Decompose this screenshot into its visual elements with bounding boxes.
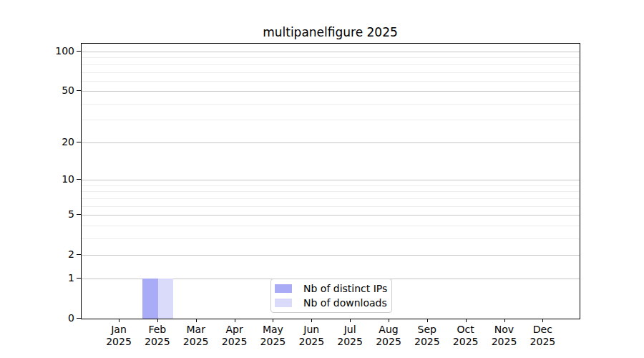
minor-gridline <box>82 81 580 82</box>
legend-swatch-downloads <box>275 299 292 307</box>
y-tick-mark <box>77 278 81 279</box>
major-gridline <box>82 255 580 256</box>
minor-gridline <box>82 57 580 58</box>
minor-gridline <box>82 206 580 207</box>
y-tick-label: 50 <box>14 84 74 97</box>
figure: multipanelfigure 2025 Nb of distinct IPs… <box>0 0 644 358</box>
y-tick-label: 10 <box>14 173 74 185</box>
major-gridline <box>82 91 580 92</box>
x-tick-label-month: Dec <box>519 324 565 336</box>
legend-item: Nb of distinct IPs <box>275 281 391 296</box>
legend-label: Nb of distinct IPs <box>303 281 387 296</box>
y-tick-label: 5 <box>14 208 74 221</box>
legend-label: Nb of downloads <box>303 296 387 310</box>
legend: Nb of distinct IPsNb of downloads <box>270 279 392 313</box>
minor-gridline <box>82 238 580 239</box>
y-tick-label: 100 <box>14 44 74 57</box>
minor-gridline <box>82 72 580 73</box>
minor-gridline <box>82 191 580 192</box>
minor-gridline <box>82 104 580 105</box>
x-tick-label: Dec2025 <box>519 324 565 348</box>
y-tick-mark <box>77 254 81 255</box>
x-tick-mark <box>119 319 119 322</box>
x-tick-mark <box>504 319 505 322</box>
x-tick-mark <box>235 319 235 322</box>
minor-gridline <box>82 226 580 226</box>
x-tick-mark <box>389 319 389 322</box>
legend-swatch-distinct-ips <box>275 284 292 293</box>
bar-downloads <box>158 279 174 319</box>
y-tick-mark <box>77 142 81 142</box>
minor-gridline <box>82 120 580 120</box>
x-tick-label-year: 2025 <box>519 336 565 348</box>
bar-distinct-ips <box>142 279 158 319</box>
minor-gridline <box>82 198 580 199</box>
x-tick-mark <box>273 319 273 322</box>
y-tick-label: 1 <box>14 271 74 284</box>
x-tick-mark <box>427 319 428 322</box>
x-tick-mark <box>157 319 158 322</box>
chart-title: multipanelfigure 2025 <box>81 24 580 40</box>
x-tick-mark <box>466 319 467 322</box>
plot-area: Nb of distinct IPsNb of downloads <box>81 43 580 319</box>
minor-gridline <box>82 185 580 186</box>
y-tick-mark <box>77 179 81 180</box>
x-tick-mark <box>350 319 351 322</box>
major-gridline <box>82 52 580 52</box>
y-tick-label: 0 <box>14 311 74 324</box>
y-tick-label: 2 <box>14 248 74 261</box>
major-gridline <box>82 215 580 216</box>
y-tick-mark <box>77 51 81 52</box>
major-gridline <box>82 180 580 180</box>
x-tick-mark <box>196 319 197 322</box>
y-tick-mark <box>77 318 81 319</box>
y-tick-label: 20 <box>14 135 74 148</box>
minor-gridline <box>82 64 580 65</box>
x-tick-mark <box>311 319 312 322</box>
major-gridline <box>82 142 580 143</box>
x-tick-mark <box>542 319 543 322</box>
legend-item: Nb of downloads <box>275 296 391 310</box>
y-tick-mark <box>77 90 81 91</box>
y-tick-mark <box>77 214 81 215</box>
